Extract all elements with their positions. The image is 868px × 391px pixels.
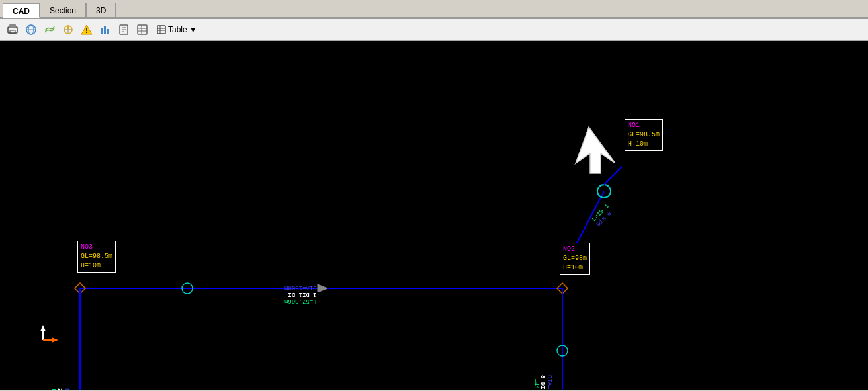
no3-title: NO3	[81, 243, 112, 252]
tab-bar: CAD Section 3D	[0, 0, 868, 19]
satellite-button[interactable]	[22, 21, 40, 38]
no2-title: NO2	[563, 245, 587, 254]
node-label-no1: NO1 GL=98.5m H=10m	[625, 119, 663, 151]
pipe2-type: 3 DI1 DI	[539, 375, 546, 390]
note-button[interactable]	[115, 21, 132, 38]
svg-rect-1	[9, 24, 16, 28]
pipe-label-2: DIA=150mm 3 DI1 DI L=41.953m	[533, 375, 552, 390]
pipe-label-1: L=57.366m 1 DI1 DI DIA=150mm	[284, 284, 317, 304]
svg-marker-35	[318, 284, 327, 292]
chart-button[interactable]	[97, 21, 114, 38]
toolbar: ! Table ▼	[0, 19, 868, 41]
no2-gl: GL=98m	[563, 254, 587, 263]
tab-section[interactable]: Section	[40, 3, 86, 17]
cad-drawing	[0, 41, 868, 390]
pipe2-dia: DIA=150mm	[546, 375, 552, 390]
no2-h: H=10m	[563, 263, 587, 273]
pipe3-length: L=5	[50, 388, 56, 390]
svg-rect-16	[138, 25, 147, 34]
svg-line-33	[604, 167, 622, 185]
svg-rect-10	[104, 26, 106, 34]
pipe1-dia: DIA=150mm	[284, 284, 317, 291]
pipe3-type: 2 DI	[56, 388, 63, 390]
pipe3-dia: DIA=150mm	[63, 388, 69, 390]
dropdown-arrow-icon: ▼	[189, 25, 197, 34]
table-icon-button[interactable]	[134, 21, 151, 38]
pipe1-type: 1 DI1 DI	[284, 291, 317, 298]
cad-canvas[interactable]: NO1 GL=98.5m H=10m NO2 GL=98m H=10m NO3 …	[0, 41, 868, 390]
svg-rect-9	[101, 28, 103, 34]
svg-marker-34	[576, 127, 615, 173]
table-dropdown-button[interactable]: Table ▼	[152, 21, 202, 38]
svg-rect-20	[157, 26, 165, 34]
svg-text:!: !	[85, 27, 87, 34]
pipe1-length: L=57.366m	[284, 298, 317, 304]
pipe2-length: L=41.953m	[533, 375, 539, 390]
map-button[interactable]	[60, 21, 77, 38]
print-button[interactable]	[4, 21, 21, 38]
no1-h: H=10m	[628, 140, 660, 149]
tab-3d[interactable]: 3D	[86, 3, 116, 17]
no1-title: NO1	[628, 121, 660, 130]
node-label-no2: NO2 GL=98m H=10m	[560, 243, 590, 275]
pipe-label-3: DIA=150mm 2 DI L=5	[50, 388, 69, 390]
svg-rect-11	[107, 29, 109, 34]
no1-gl: GL=98.5m	[628, 130, 660, 140]
warning-button[interactable]: !	[78, 21, 95, 38]
no3-h: H=10m	[81, 261, 112, 271]
no3-gl: GL=98.5m	[81, 252, 112, 261]
node-label-no3: NO3 GL=98.5m H=10m	[77, 241, 116, 273]
compass	[26, 324, 60, 357]
contour-button[interactable]	[41, 21, 58, 38]
table-label: Table	[168, 25, 187, 34]
tab-cad[interactable]: CAD	[3, 3, 40, 18]
